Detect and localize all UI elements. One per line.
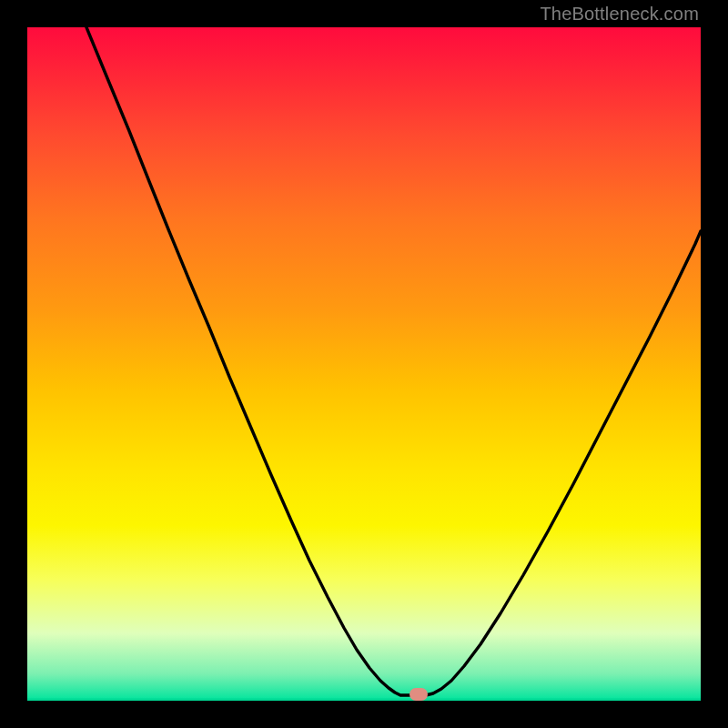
- curve-svg: [27, 27, 701, 701]
- chart-canvas: TheBottleneck.com: [0, 0, 728, 728]
- optimal-marker: [410, 688, 428, 701]
- bottleneck-curve: [86, 27, 701, 695]
- credit-label: TheBottleneck.com: [540, 4, 699, 25]
- plot-area: [27, 27, 701, 701]
